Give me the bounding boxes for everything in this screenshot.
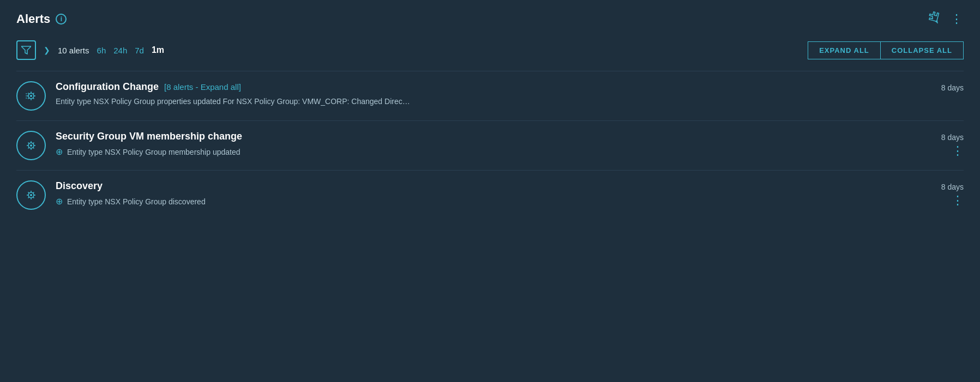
svg-line-30 — [28, 192, 29, 193]
svg-line-9 — [33, 93, 34, 94]
alert-title-config-change: Configuration Change — [56, 81, 159, 93]
info-icon[interactable]: i — [56, 14, 67, 25]
svg-point-25 — [30, 194, 32, 196]
alert-side-security: 8 days ⋮ — [909, 131, 964, 157]
svg-line-10 — [28, 98, 29, 99]
alert-description-discovery: Entity type NSX Policy Group discovered — [67, 197, 206, 206]
alert-row: Configuration Change [8 alerts - Expand … — [16, 81, 964, 111]
svg-line-20 — [28, 143, 29, 144]
time-filter-6h[interactable]: 6h — [97, 46, 106, 55]
alert-main-security: Security Group VM membership change ⊕ En… — [56, 131, 899, 157]
svg-line-33 — [28, 197, 29, 198]
collapse-all-button[interactable]: COLLAPSE ALL — [880, 41, 964, 59]
alert-desc-security-group: ⊕ Entity type NSX Policy Group membershi… — [56, 147, 899, 157]
alert-row-security: Security Group VM membership change ⊕ En… — [16, 131, 964, 160]
svg-line-7 — [28, 93, 29, 94]
alert-count: 10 alerts — [58, 46, 89, 55]
filter-bar: ❯ 10 alerts 6h 24h 7d 1m EXPAND ALL COLL… — [16, 40, 964, 60]
alert-item-security-group: Security Group VM membership change ⊕ En… — [16, 120, 964, 170]
alert-title-discovery: Discovery — [56, 180, 103, 192]
alert-more-security-group[interactable]: ⋮ — [952, 145, 964, 157]
alert-description-config-change: Entity type NSX Policy Group properties … — [56, 97, 410, 106]
alert-icon-security-group — [16, 131, 46, 160]
svg-line-32 — [33, 192, 34, 193]
time-filters: 6h 24h 7d 1m — [97, 45, 165, 55]
alert-row-discovery: Discovery ⊕ Entity type NSX Policy Group… — [16, 180, 964, 210]
header-right: ⋮ — [929, 11, 964, 27]
alert-title-row: Configuration Change [8 alerts - Expand … — [56, 81, 899, 93]
alert-item-discovery: Discovery ⊕ Entity type NSX Policy Group… — [16, 170, 964, 220]
svg-point-2 — [30, 95, 32, 97]
alerts-panel: Alerts i ⋮ — [0, 0, 980, 382]
pin-icon[interactable] — [925, 9, 945, 29]
time-filter-1m[interactable]: 1m — [152, 45, 164, 55]
alert-side-config: 8 days — [909, 81, 964, 92]
filter-button[interactable] — [16, 40, 36, 60]
alert-desc-config-change: Entity type NSX Policy Group properties … — [56, 97, 899, 106]
panel-title: Alerts — [16, 12, 50, 26]
alert-more-discovery[interactable]: ⋮ — [952, 195, 964, 207]
filter-left: ❯ 10 alerts 6h 24h 7d 1m — [16, 40, 164, 60]
svg-line-22 — [33, 143, 34, 144]
more-options-icon[interactable]: ⋮ — [951, 12, 964, 26]
time-filter-7d[interactable]: 7d — [135, 46, 144, 55]
svg-line-31 — [33, 197, 34, 198]
header-left: Alerts i — [16, 12, 67, 26]
alert-desc-discovery: ⊕ Entity type NSX Policy Group discovere… — [56, 196, 899, 207]
svg-point-15 — [30, 144, 32, 147]
alert-main-discovery: Discovery ⊕ Entity type NSX Policy Group… — [56, 180, 899, 207]
alert-icon-discovery — [16, 180, 46, 210]
filter-right: EXPAND ALL COLLAPSE ALL — [808, 41, 964, 59]
alert-side-discovery: 8 days ⋮ — [909, 180, 964, 207]
alert-title-row-security: Security Group VM membership change — [56, 131, 899, 142]
zoom-icon-discovery: ⊕ — [56, 196, 63, 207]
time-filter-24h[interactable]: 24h — [113, 46, 127, 55]
alert-icon-config-change — [16, 81, 46, 111]
alert-main-config: Configuration Change [8 alerts - Expand … — [56, 81, 899, 106]
chevron-right-icon[interactable]: ❯ — [44, 46, 50, 54]
alert-time-security-group: 8 days — [941, 133, 964, 142]
alert-title-row-discovery: Discovery — [56, 180, 899, 192]
alert-time-discovery: 8 days — [941, 183, 964, 191]
svg-line-23 — [28, 147, 29, 148]
svg-line-8 — [33, 98, 34, 99]
alert-time-config-change: 8 days — [941, 83, 964, 92]
alert-badge-config-change[interactable]: [8 alerts - Expand all] — [164, 82, 241, 92]
alert-description-security-group: Entity type NSX Policy Group membership … — [67, 148, 241, 156]
alert-title-security-group: Security Group VM membership change — [56, 131, 242, 142]
expand-all-button[interactable]: EXPAND ALL — [808, 41, 880, 59]
zoom-icon-security: ⊕ — [56, 147, 63, 157]
svg-line-21 — [33, 147, 34, 148]
panel-header: Alerts i ⋮ — [16, 11, 964, 27]
alert-item-config-change: Configuration Change [8 alerts - Expand … — [16, 71, 964, 120]
